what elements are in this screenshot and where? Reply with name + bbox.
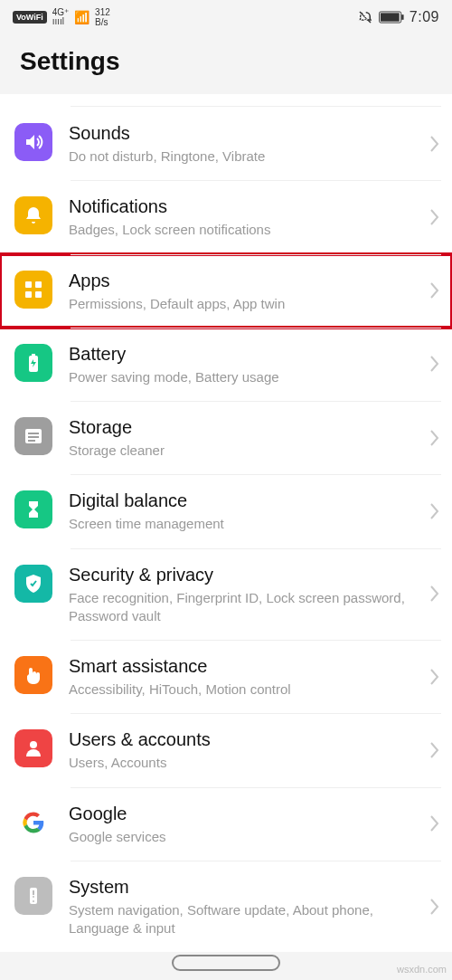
svg-point-16: [33, 896, 34, 898]
chevron-right-icon: [430, 503, 439, 519]
wifi-icon: [74, 10, 89, 24]
row-sub: Face recognition, Fingerprint ID, Lock s…: [69, 589, 410, 626]
row-digital-balance[interactable]: Digital balanceScreen time management: [0, 474, 452, 547]
vowifi-badge: VoWiFi: [13, 11, 47, 24]
page-title: Settings: [0, 31, 452, 94]
settings-screen: { "status": { "vowifi": "VoWiFi", "net":…: [0, 0, 452, 980]
row-sub: System navigation, Software update, Abou…: [69, 901, 410, 938]
row-label: Security & privacy: [69, 565, 410, 585]
net-rate: 312B/s: [95, 7, 110, 27]
row-sub: Permissions, Default apps, App twin: [69, 295, 410, 313]
row-sub: Accessibility, HiTouch, Motion control: [69, 680, 410, 699]
row-label: Users & accounts: [69, 729, 410, 750]
digital-balance-icon: [14, 490, 52, 528]
row-system[interactable]: SystemSystem navigation, Software update…: [0, 861, 452, 953]
sounds-icon: [14, 123, 52, 161]
row-label: System: [69, 877, 410, 898]
svg-rect-5: [25, 291, 32, 298]
chevron-right-icon: [430, 742, 439, 758]
chevron-right-icon: [430, 282, 439, 299]
row-sub: Badges, Lock screen notifications: [69, 221, 410, 239]
chevron-right-icon: [430, 430, 439, 446]
storage-icon: [14, 417, 52, 455]
row-label: Battery: [69, 344, 410, 365]
chevron-right-icon: [430, 669, 439, 685]
chevron-right-icon: [430, 585, 439, 602]
chevron-right-icon: [430, 136, 439, 152]
row-sub: Do not disturb, Ringtone, Vibrate: [69, 147, 410, 166]
chevron-right-icon: [430, 356, 439, 372]
row-label: Storage: [69, 417, 410, 438]
svg-rect-12: [28, 440, 35, 442]
row-sub: Users, Accounts: [69, 754, 410, 772]
svg-rect-8: [32, 354, 35, 357]
users-icon: [14, 729, 52, 767]
svg-rect-10: [28, 433, 39, 434]
row-sub: Google services: [69, 828, 410, 846]
clock: 7:09: [410, 9, 439, 25]
row-apps[interactable]: AppsPermissions, Default apps, App twin: [0, 254, 452, 328]
svg-rect-11: [28, 436, 39, 438]
row-label: Apps: [69, 271, 410, 291]
status-bar: VoWiFi 4G⁺ııııl 312B/s 93 7:09: [0, 0, 452, 31]
security-icon: [14, 565, 52, 603]
google-icon: [14, 804, 52, 842]
system-icon: [14, 877, 52, 915]
row-label: Digital balance: [69, 490, 410, 511]
nav-bar: [0, 955, 452, 971]
svg-rect-4: [35, 281, 42, 288]
row-users-accounts[interactable]: Users & accountsUsers, Accounts: [0, 713, 452, 786]
svg-point-15: [33, 900, 34, 902]
battery-indicator: 93: [379, 11, 404, 24]
battery-icon: [14, 344, 52, 382]
row-sub: Storage cleaner: [69, 442, 410, 460]
row-notifications[interactable]: NotificationsBadges, Lock screen notific…: [0, 180, 452, 253]
row-battery[interactable]: BatteryPower saving mode, Battery usage: [0, 328, 452, 401]
home-pill[interactable]: [172, 955, 280, 971]
clipped-row: [71, 94, 441, 107]
chevron-right-icon: [430, 899, 439, 915]
row-label: Google: [69, 804, 410, 824]
settings-list: SoundsDo not disturb, Ringtone, Vibrate …: [0, 94, 452, 952]
svg-rect-2: [381, 13, 400, 21]
svg-point-13: [30, 741, 37, 748]
row-sounds[interactable]: SoundsDo not disturb, Ringtone, Vibrate: [0, 107, 452, 180]
smart-assistance-icon: [14, 656, 52, 694]
row-google[interactable]: GoogleGoogle services: [0, 787, 452, 861]
row-sub: Power saving mode, Battery usage: [69, 368, 410, 386]
svg-rect-6: [35, 291, 42, 298]
row-smart-assistance[interactable]: Smart assistanceAccessibility, HiTouch, …: [0, 640, 452, 713]
svg-rect-3: [25, 281, 32, 288]
row-storage[interactable]: StorageStorage cleaner: [0, 401, 452, 474]
chevron-right-icon: [430, 815, 439, 832]
signal-4g: 4G⁺ııııl: [52, 8, 69, 26]
row-label: Notifications: [69, 196, 410, 217]
apps-icon: [14, 271, 52, 309]
notifications-icon: [14, 196, 52, 234]
chevron-right-icon: [430, 209, 439, 225]
svg-rect-1: [401, 14, 403, 20]
row-security[interactable]: Security & privacyFace recognition, Fing…: [0, 548, 452, 641]
row-label: Smart assistance: [69, 656, 410, 677]
row-label: Sounds: [69, 123, 410, 144]
row-sub: Screen time management: [69, 515, 410, 533]
watermark: wsxdn.com: [397, 964, 447, 975]
